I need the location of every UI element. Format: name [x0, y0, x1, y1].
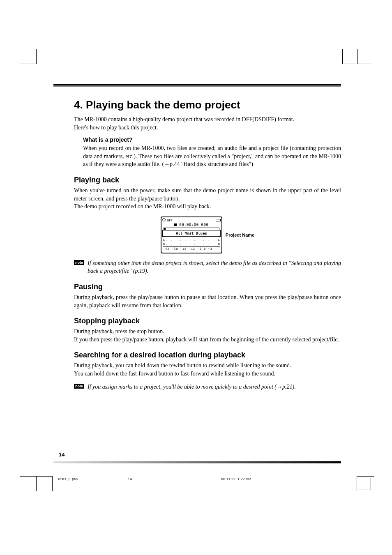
intro-text-1: The MR-1000 contains a high-quality demo…: [74, 115, 341, 124]
page-content: 4. Playing back the demo project The MR-…: [74, 99, 341, 391]
lcd-screen: DFF 00:00:00.000 All Most Blues L. . . .…: [161, 216, 222, 253]
project-info-block: What is a project? When you record on th…: [83, 136, 341, 168]
note-icon: note: [74, 384, 84, 389]
searching-heading: Searching for a desired location during …: [74, 351, 341, 359]
channel-r: R: [163, 242, 165, 246]
rec-icon: [162, 218, 166, 221]
crop-mark: [52, 476, 53, 491]
crop-mark: [357, 49, 358, 64]
screen-project-title: All Most Blues: [163, 231, 220, 237]
crop-mark: [36, 476, 53, 477]
crop-mark: [20, 476, 37, 477]
stop-icon: [174, 223, 177, 226]
header-divider: [53, 84, 341, 87]
crop-mark: [357, 476, 357, 491]
crop-mark: [36, 476, 37, 491]
meter-scale: -42 -30 -18 -12 -6 0 +3: [163, 246, 220, 251]
note-1: note If something other than the demo pr…: [74, 259, 341, 275]
progress-bar: [164, 228, 219, 230]
page-title: 4. Playing back the demo project: [74, 99, 341, 111]
project-subheading: What is a project?: [83, 136, 341, 143]
intro-text-2: Here's how to play back this project.: [74, 124, 341, 132]
pausing-heading: Pausing: [74, 283, 341, 291]
crop-mark: [342, 64, 356, 64]
battery-icon: [216, 219, 221, 221]
note-2: note If you assign marks to a project, y…: [74, 383, 341, 391]
channel-l: L: [163, 238, 165, 242]
figure-label: Project Name: [226, 233, 254, 237]
crop-mark: [357, 64, 371, 64]
note-1-text: If something other than the demo project…: [88, 259, 341, 275]
stopping-p1: During playback, press the stop button.: [74, 327, 341, 336]
crop-mark: [358, 478, 371, 490]
footer-date: 06.11.22, 1:22 PM: [221, 477, 251, 481]
screen-project-title-text: All Most Blues: [176, 231, 207, 235]
note-2-text: If you assign marks to a project, you'll…: [88, 383, 296, 391]
project-info-text: When you record on the MR-1000, two file…: [83, 144, 341, 168]
footer-divider: [53, 461, 341, 463]
searching-p1: During playback, you can hold down the r…: [74, 362, 341, 370]
stopping-heading: Stopping playback: [74, 317, 341, 325]
stopping-p2: If you then press the play/pause button,…: [74, 336, 341, 344]
crop-mark: [20, 64, 37, 64]
level-meter: L. . . . . . . . . .L R. . . . . . . . .…: [163, 238, 220, 251]
screen-figure: DFF 00:00:00.000 All Most Blues L. . . .…: [74, 216, 341, 253]
note-icon: note: [74, 260, 84, 265]
screen-counter: 00:00:00.000: [179, 223, 208, 227]
playing-back-p2: The demo project recorded on the MR-1000…: [74, 203, 341, 211]
crop-mark: [342, 49, 343, 64]
pausing-text: During playback, press the play/pause bu…: [74, 293, 341, 309]
playing-back-p1: When you've turned on the power, make su…: [74, 187, 341, 203]
crop-mark: [357, 476, 374, 477]
dff-label: DFF: [167, 219, 173, 222]
footer-filename: Text1_E.p65: [58, 477, 78, 481]
playing-back-heading: Playing back: [74, 176, 341, 184]
searching-p2: You can hold down the fast-forward butto…: [74, 370, 341, 378]
channel-l-r: L: [218, 238, 220, 242]
page-number: 14: [59, 451, 65, 458]
channel-r-r: R: [218, 242, 220, 246]
footer-page: 14: [128, 477, 132, 481]
crop-mark: [36, 49, 37, 64]
